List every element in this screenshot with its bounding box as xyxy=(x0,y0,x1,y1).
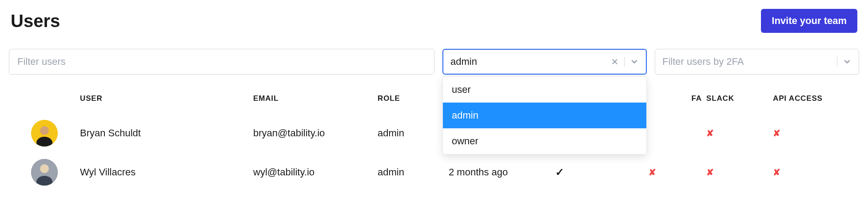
twofa-select-placeholder: Filter users by 2FA xyxy=(662,56,837,67)
invite-team-button[interactable]: Invite your team xyxy=(761,9,857,33)
role-filter-select[interactable]: admin user admin owner xyxy=(442,49,647,75)
table-row: Wyl Villacres wyl@tability.io admin 2 mo… xyxy=(9,153,859,192)
chevron-down-icon[interactable] xyxy=(630,57,639,66)
cell-role: admin xyxy=(378,127,449,139)
table-row: Bryan Schuldt bryan@tability.io admin 2 … xyxy=(9,114,859,153)
cell-twofa: ✘ xyxy=(649,167,706,178)
cell-joined: 2 months ago xyxy=(449,166,555,178)
role-select-value: admin xyxy=(450,56,611,67)
dropdown-option-admin[interactable]: admin xyxy=(443,103,646,128)
cell-slack: ✘ xyxy=(706,128,773,139)
users-table: USER EMAIL ROLE JO FA SLACK API ACCESS B… xyxy=(9,94,859,192)
svg-point-3 xyxy=(40,126,49,135)
dropdown-option-user[interactable]: user xyxy=(443,77,646,103)
col-api: API ACCESS xyxy=(773,94,840,103)
role-dropdown-menu: user admin owner xyxy=(442,76,647,155)
cell-role: admin xyxy=(378,166,449,178)
cell-verified: ✓ xyxy=(555,166,649,178)
cell-email: bryan@tability.io xyxy=(253,127,378,139)
cell-name: Bryan Schuldt xyxy=(80,127,253,139)
col-twofa: FA xyxy=(649,94,706,103)
col-email: EMAIL xyxy=(253,94,378,103)
avatar xyxy=(31,159,58,186)
cell-api: ✘ xyxy=(773,128,840,139)
dropdown-option-owner[interactable]: owner xyxy=(443,128,646,154)
clear-icon[interactable] xyxy=(611,58,619,66)
cell-name: Wyl Villacres xyxy=(80,166,253,178)
table-header-row: USER EMAIL ROLE JO FA SLACK API ACCESS xyxy=(9,94,859,114)
avatar xyxy=(31,120,58,147)
divider xyxy=(837,57,837,67)
page-title: Users xyxy=(11,11,60,31)
col-slack: SLACK xyxy=(706,94,773,103)
chevron-down-icon[interactable] xyxy=(843,57,852,66)
divider xyxy=(624,57,625,67)
col-user: USER xyxy=(80,94,253,103)
filter-users-input[interactable] xyxy=(9,49,434,75)
svg-point-6 xyxy=(40,164,49,173)
cell-api: ✘ xyxy=(773,167,840,178)
col-role: ROLE xyxy=(378,94,449,103)
cell-email: wyl@tability.io xyxy=(253,166,378,178)
cell-slack: ✘ xyxy=(706,167,773,178)
twofa-filter-select[interactable]: Filter users by 2FA xyxy=(655,49,859,75)
